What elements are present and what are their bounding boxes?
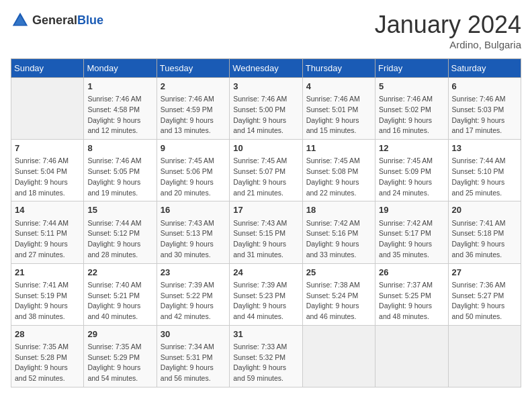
week-row-4: 21Sunrise: 7:41 AM Sunset: 5:19 PM Dayli… (11, 263, 521, 325)
day-info: Sunrise: 7:45 AM Sunset: 5:07 PM Dayligh… (233, 156, 298, 198)
calendar-cell: 9Sunrise: 7:45 AM Sunset: 5:06 PM Daylig… (157, 140, 229, 201)
calendar-cell: 26Sunrise: 7:37 AM Sunset: 5:25 PM Dayli… (375, 263, 448, 325)
calendar-cell: 15Sunrise: 7:44 AM Sunset: 5:12 PM Dayli… (84, 201, 157, 263)
calendar-cell: 21Sunrise: 7:41 AM Sunset: 5:19 PM Dayli… (11, 263, 84, 325)
calendar-cell: 27Sunrise: 7:36 AM Sunset: 5:27 PM Dayli… (448, 263, 521, 325)
calendar-cell: 28Sunrise: 7:35 AM Sunset: 5:28 PM Dayli… (11, 325, 84, 387)
calendar-cell: 16Sunrise: 7:43 AM Sunset: 5:13 PM Dayli… (157, 201, 229, 263)
day-info: Sunrise: 7:41 AM Sunset: 5:18 PM Dayligh… (452, 218, 517, 261)
calendar-body: 1Sunrise: 7:46 AM Sunset: 4:58 PM Daylig… (11, 78, 521, 387)
calendar-cell (302, 325, 375, 387)
day-info: Sunrise: 7:46 AM Sunset: 5:05 PM Dayligh… (87, 156, 152, 198)
logo-text-blue: Blue (77, 13, 103, 27)
page-header: GeneralBlue January 2024 Ardino, Bulgari… (11, 11, 521, 50)
logo: GeneralBlue (11, 11, 103, 30)
day-number: 22 (87, 267, 152, 279)
month-title: January 2024 (375, 11, 521, 39)
title-section: January 2024 Ardino, Bulgaria (375, 11, 521, 50)
calendar-cell: 10Sunrise: 7:45 AM Sunset: 5:07 PM Dayli… (230, 140, 302, 201)
day-info: Sunrise: 7:44 AM Sunset: 5:10 PM Dayligh… (452, 156, 517, 198)
day-info: Sunrise: 7:35 AM Sunset: 5:28 PM Dayligh… (15, 342, 80, 384)
day-info: Sunrise: 7:36 AM Sunset: 5:27 PM Dayligh… (452, 280, 517, 322)
day-info: Sunrise: 7:35 AM Sunset: 5:29 PM Dayligh… (87, 342, 152, 384)
weekday-header-thursday: Thursday (302, 59, 375, 78)
calendar-cell (11, 78, 84, 140)
day-number: 21 (15, 267, 80, 279)
day-info: Sunrise: 7:42 AM Sunset: 5:17 PM Dayligh… (379, 218, 444, 261)
day-number: 2 (161, 81, 226, 93)
calendar-cell: 6Sunrise: 7:46 AM Sunset: 5:03 PM Daylig… (448, 78, 521, 140)
day-number: 3 (233, 81, 298, 93)
day-number: 25 (306, 267, 371, 279)
day-info: Sunrise: 7:34 AM Sunset: 5:31 PM Dayligh… (161, 342, 226, 384)
day-number: 1 (87, 81, 152, 93)
day-info: Sunrise: 7:46 AM Sunset: 5:00 PM Dayligh… (233, 94, 298, 136)
day-number: 10 (233, 142, 298, 154)
day-info: Sunrise: 7:46 AM Sunset: 5:01 PM Dayligh… (306, 94, 371, 136)
calendar-cell: 18Sunrise: 7:42 AM Sunset: 5:16 PM Dayli… (302, 201, 375, 263)
day-number: 11 (306, 142, 371, 154)
day-number: 26 (379, 267, 444, 279)
calendar-cell: 22Sunrise: 7:40 AM Sunset: 5:21 PM Dayli… (84, 263, 157, 325)
day-info: Sunrise: 7:40 AM Sunset: 5:21 PM Dayligh… (87, 280, 152, 322)
calendar-cell: 8Sunrise: 7:46 AM Sunset: 5:05 PM Daylig… (84, 140, 157, 201)
day-number: 23 (161, 267, 226, 279)
day-number: 8 (87, 142, 152, 154)
calendar-cell: 14Sunrise: 7:44 AM Sunset: 5:11 PM Dayli… (11, 201, 84, 263)
week-row-1: 1Sunrise: 7:46 AM Sunset: 4:58 PM Daylig… (11, 78, 521, 140)
calendar-cell: 30Sunrise: 7:34 AM Sunset: 5:31 PM Dayli… (157, 325, 229, 387)
day-number: 24 (233, 267, 298, 279)
calendar-cell: 17Sunrise: 7:43 AM Sunset: 5:15 PM Dayli… (230, 201, 302, 263)
day-number: 4 (306, 81, 371, 93)
day-number: 5 (379, 81, 444, 93)
calendar-cell: 23Sunrise: 7:39 AM Sunset: 5:22 PM Dayli… (157, 263, 229, 325)
week-row-2: 7Sunrise: 7:46 AM Sunset: 5:04 PM Daylig… (11, 140, 521, 201)
logo-text-general: General (32, 13, 77, 27)
calendar-cell: 1Sunrise: 7:46 AM Sunset: 4:58 PM Daylig… (84, 78, 157, 140)
day-info: Sunrise: 7:44 AM Sunset: 5:12 PM Dayligh… (87, 218, 152, 261)
weekday-header-friday: Friday (375, 59, 448, 78)
week-row-5: 28Sunrise: 7:35 AM Sunset: 5:28 PM Dayli… (11, 325, 521, 387)
calendar-cell: 19Sunrise: 7:42 AM Sunset: 5:17 PM Dayli… (375, 201, 448, 263)
day-info: Sunrise: 7:44 AM Sunset: 5:11 PM Dayligh… (15, 218, 80, 261)
calendar-cell: 7Sunrise: 7:46 AM Sunset: 5:04 PM Daylig… (11, 140, 84, 201)
calendar-header: SundayMondayTuesdayWednesdayThursdayFrid… (11, 59, 521, 78)
weekday-header-monday: Monday (84, 59, 157, 78)
day-info: Sunrise: 7:33 AM Sunset: 5:32 PM Dayligh… (233, 342, 298, 384)
day-info: Sunrise: 7:46 AM Sunset: 4:58 PM Dayligh… (87, 94, 152, 136)
calendar-cell: 13Sunrise: 7:44 AM Sunset: 5:10 PM Dayli… (448, 140, 521, 201)
calendar-cell: 24Sunrise: 7:39 AM Sunset: 5:23 PM Dayli… (230, 263, 302, 325)
day-info: Sunrise: 7:45 AM Sunset: 5:09 PM Dayligh… (379, 156, 444, 198)
day-info: Sunrise: 7:46 AM Sunset: 5:04 PM Dayligh… (15, 156, 80, 198)
calendar-cell: 4Sunrise: 7:46 AM Sunset: 5:01 PM Daylig… (302, 78, 375, 140)
day-number: 15 (87, 204, 152, 216)
day-number: 13 (452, 142, 517, 154)
location-subtitle: Ardino, Bulgaria (375, 39, 521, 50)
day-number: 12 (379, 142, 444, 154)
calendar-cell: 5Sunrise: 7:46 AM Sunset: 5:02 PM Daylig… (375, 78, 448, 140)
day-info: Sunrise: 7:43 AM Sunset: 5:13 PM Dayligh… (161, 218, 226, 261)
day-info: Sunrise: 7:45 AM Sunset: 5:08 PM Dayligh… (306, 156, 371, 198)
calendar-cell (375, 325, 448, 387)
calendar-cell: 3Sunrise: 7:46 AM Sunset: 5:00 PM Daylig… (230, 78, 302, 140)
day-number: 19 (379, 204, 444, 216)
day-info: Sunrise: 7:38 AM Sunset: 5:24 PM Dayligh… (306, 280, 371, 322)
day-number: 27 (452, 267, 517, 279)
day-number: 29 (87, 328, 152, 340)
day-number: 17 (233, 204, 298, 216)
day-number: 6 (452, 81, 517, 93)
day-number: 31 (233, 328, 298, 340)
weekday-header-sunday: Sunday (11, 59, 84, 78)
weekday-header-tuesday: Tuesday (157, 59, 229, 78)
calendar-cell (448, 325, 521, 387)
day-number: 28 (15, 328, 80, 340)
weekday-header-row: SundayMondayTuesdayWednesdayThursdayFrid… (11, 59, 521, 78)
logo-icon (11, 11, 30, 30)
day-info: Sunrise: 7:42 AM Sunset: 5:16 PM Dayligh… (306, 218, 371, 261)
day-info: Sunrise: 7:46 AM Sunset: 4:59 PM Dayligh… (161, 94, 226, 136)
weekday-header-saturday: Saturday (448, 59, 521, 78)
day-info: Sunrise: 7:45 AM Sunset: 5:06 PM Dayligh… (161, 156, 226, 198)
weekday-header-wednesday: Wednesday (230, 59, 302, 78)
calendar-cell: 12Sunrise: 7:45 AM Sunset: 5:09 PM Dayli… (375, 140, 448, 201)
day-info: Sunrise: 7:39 AM Sunset: 5:22 PM Dayligh… (161, 280, 226, 322)
